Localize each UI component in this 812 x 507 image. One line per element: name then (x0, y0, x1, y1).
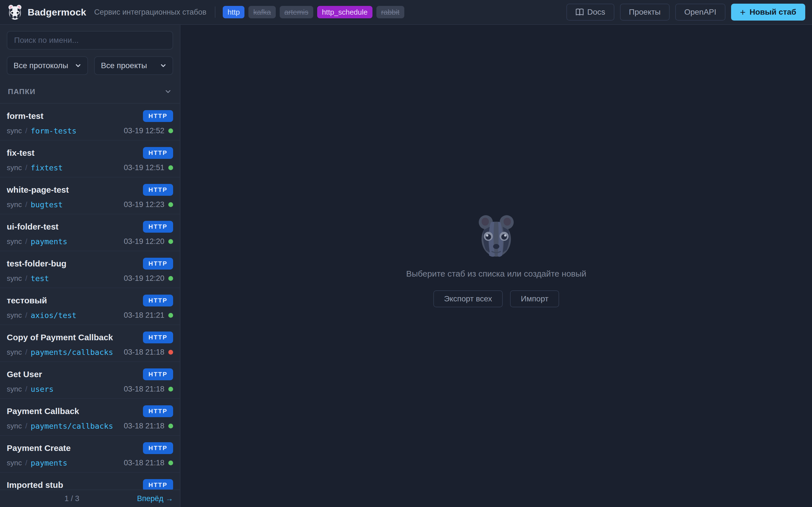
protocol-badge: HTTP (143, 332, 173, 343)
stub-path: users (31, 385, 54, 393)
protocol-badge: HTTP (143, 369, 173, 380)
stub-list-item[interactable]: Get UserHTTPsync/users03-18 21:18 (0, 362, 180, 399)
stub-timestamp: 03-19 12:52 (124, 126, 164, 135)
import-button[interactable]: Импорт (510, 290, 559, 307)
sidebar-filters: Все протоколы Все проекты (0, 25, 180, 80)
stub-timestamp: 03-18 21:18 (124, 459, 164, 467)
stub-path: test (31, 274, 49, 283)
stub-path: form-tests (31, 126, 77, 135)
stub-name: fix-test (7, 147, 35, 158)
folders-label: ПАПКИ (8, 87, 36, 96)
stub-list-item[interactable]: Payment CallbackHTTPsync/payments/callba… (0, 399, 180, 436)
brand-subtitle: Сервис интеграционных стабов (94, 8, 206, 17)
meta-separator: / (25, 200, 27, 209)
stub-list: form-testHTTPsync/form-tests03-19 12:52f… (0, 104, 180, 490)
new-stub-button[interactable]: + Новый стаб (731, 4, 805, 20)
filter-selects: Все протоколы Все проекты (7, 56, 173, 75)
protocol-badge: HTTP (143, 184, 173, 196)
stub-mode: sync (7, 237, 22, 246)
stub-list-item[interactable]: Payment CreateHTTPsync/payments03-18 21:… (0, 436, 180, 473)
meta-separator: / (25, 274, 27, 283)
protocol-tag-http[interactable]: http (223, 6, 245, 18)
plus-icon: + (740, 7, 746, 17)
stub-mode: sync (7, 311, 22, 320)
stub-path: payments/callbacks (31, 421, 113, 431)
brand-title: Badgermock (28, 7, 86, 18)
export-all-button[interactable]: Экспорт всех (434, 290, 503, 307)
docs-button-label: Docs (587, 8, 605, 17)
stub-mode: sync (7, 385, 22, 393)
stub-timestamp: 03-19 12:20 (124, 237, 164, 246)
protocol-badge: HTTP (143, 405, 173, 417)
chevron-down-icon (160, 62, 167, 69)
new-stub-button-label: Новый стаб (749, 8, 796, 17)
stub-name: white-page-test (7, 184, 69, 194)
status-dot-green (168, 424, 173, 429)
stub-list-item[interactable]: white-page-testHTTPsync/bugtest03-19 12:… (0, 177, 180, 214)
meta-separator: / (25, 311, 27, 320)
meta-separator: / (25, 163, 27, 172)
stub-name: Copy of Payment Callback (7, 332, 113, 342)
stub-mode: sync (7, 126, 22, 135)
stub-timestamp: 03-19 12:20 (124, 274, 164, 283)
stub-list-item[interactable]: тестовыйHTTPsync/axios/test03-18 21:21 (0, 288, 180, 325)
stub-name: Imported stub (7, 479, 63, 490)
status-dot-green (168, 460, 173, 465)
stub-name: form-test (7, 110, 43, 121)
stub-name: test-folder-bug (7, 258, 66, 269)
meta-separator: / (25, 459, 27, 467)
sidebar: Все протоколы Все проекты ПАПКИ (0, 25, 181, 507)
meta-separator: / (25, 237, 27, 246)
book-icon (575, 8, 584, 16)
stub-name: Payment Create (7, 442, 71, 453)
stub-list-item[interactable]: form-testHTTPsync/form-tests03-19 12:52 (0, 104, 180, 140)
stub-list-item[interactable]: Imported stubHTTP (0, 473, 180, 490)
stub-timestamp: 03-18 21:18 (124, 385, 164, 393)
stub-path: payments/callbacks (31, 348, 113, 356)
protocol-badge: HTTP (143, 442, 173, 454)
protocol-tag-rabbit[interactable]: rabbit (376, 6, 404, 18)
app-header: Badgermock Сервис интеграционных стабов … (0, 0, 812, 25)
project-filter-value: Все проекты (101, 61, 147, 70)
stub-path: bugtest (31, 200, 63, 209)
folders-section-header[interactable]: ПАПКИ (0, 80, 180, 104)
stub-path: fixtest (31, 163, 63, 172)
stub-name: Get User (7, 369, 42, 379)
protocol-filter-select[interactable]: Все протоколы (7, 56, 88, 75)
badgermock-logo-icon (7, 4, 23, 20)
stub-list-item[interactable]: test-folder-bugHTTPsync/test03-19 12:20 (0, 251, 180, 288)
protocol-tag-kafka[interactable]: kafka (248, 6, 275, 18)
stub-path: axios/test (31, 311, 77, 320)
docs-button[interactable]: Docs (566, 4, 614, 20)
next-page-link[interactable]: Вперёд → (137, 494, 173, 503)
project-filter-select[interactable]: Все проекты (94, 56, 173, 75)
page-indicator: 1 / 3 (64, 494, 80, 503)
status-dot-green (168, 128, 173, 133)
chevron-down-icon (74, 62, 82, 69)
search-input[interactable] (7, 31, 173, 50)
stub-list-item[interactable]: Copy of Payment CallbackHTTPsync/payment… (0, 325, 180, 362)
stub-list-item[interactable]: fix-testHTTPsync/fixtest03-19 12:51 (0, 140, 180, 177)
empty-state-actions: Экспорт всех Импорт (434, 290, 559, 307)
meta-separator: / (25, 421, 27, 431)
status-dot-green (168, 239, 173, 244)
status-dot-green (168, 387, 173, 392)
protocol-tag-http_schedule[interactable]: http_schedule (317, 6, 372, 18)
meta-separator: / (25, 385, 27, 393)
stub-list-item[interactable]: ui-folder-testHTTPsync/payments03-19 12:… (0, 214, 180, 251)
protocol-badge: HTTP (143, 258, 173, 270)
openapi-button[interactable]: OpenAPI (675, 4, 725, 20)
protocol-badge: HTTP (143, 110, 173, 122)
stub-mode: sync (7, 274, 22, 283)
projects-button[interactable]: Проекты (620, 4, 670, 20)
pagination-center: 1 / 3 (7, 494, 137, 503)
brand-block: Badgermock Сервис интеграционных стабов (7, 4, 206, 20)
protocol-tag-artemis[interactable]: artemis (280, 6, 313, 18)
stub-mode: sync (7, 163, 22, 172)
empty-state: Выберите стаб из списка или создайте нов… (406, 213, 586, 307)
stub-mode: sync (7, 348, 22, 356)
stub-timestamp: 03-18 21:21 (124, 311, 164, 320)
stub-mode: sync (7, 421, 22, 431)
protocol-badge: HTTP (143, 479, 173, 490)
stub-mode: sync (7, 459, 22, 467)
